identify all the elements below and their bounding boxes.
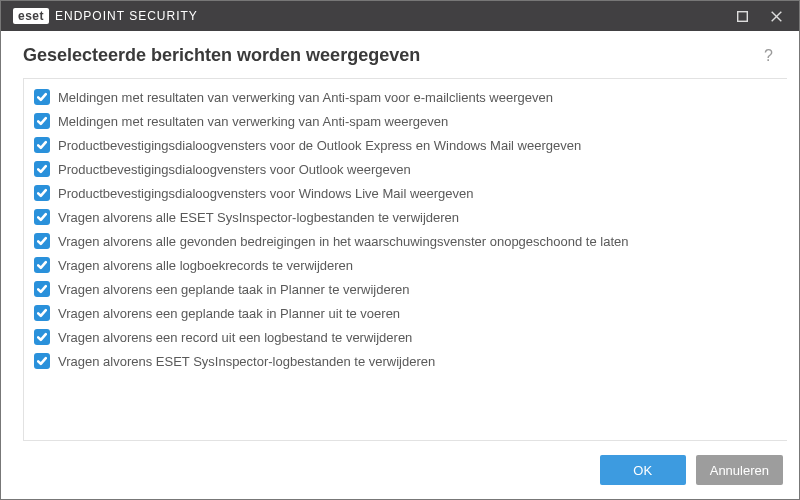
cancel-button[interactable]: Annuleren <box>696 455 783 485</box>
checkbox[interactable] <box>34 257 50 273</box>
check-icon <box>37 212 47 222</box>
list-item-label: Vragen alvorens een geplande taak in Pla… <box>58 306 400 321</box>
titlebar: eset ENDPOINT SECURITY <box>1 1 799 31</box>
list-item[interactable]: Vragen alvorens een record uit een logbe… <box>24 325 787 349</box>
list-item-label: Productbevestigingsdialoogvensters voor … <box>58 138 581 153</box>
check-icon <box>37 236 47 246</box>
list-item[interactable]: Vragen alvorens alle logboekrecords te v… <box>24 253 787 277</box>
list-item[interactable]: Vragen alvorens een geplande taak in Pla… <box>24 277 787 301</box>
check-icon <box>37 356 47 366</box>
checkbox[interactable] <box>34 89 50 105</box>
list-item-label: Vragen alvorens alle logboekrecords te v… <box>58 258 353 273</box>
check-icon <box>37 260 47 270</box>
list-item[interactable]: Productbevestigingsdialoogvensters voor … <box>24 181 787 205</box>
check-icon <box>37 116 47 126</box>
list-item[interactable]: Vragen alvorens een geplande taak in Pla… <box>24 301 787 325</box>
list-item-label: Meldingen met resultaten van verwerking … <box>58 90 553 105</box>
list-item-label: Productbevestigingsdialoogvensters voor … <box>58 162 411 177</box>
maximize-button[interactable] <box>725 1 759 31</box>
list-item[interactable]: Productbevestigingsdialoogvensters voor … <box>24 133 787 157</box>
checkbox[interactable] <box>34 353 50 369</box>
list-item-label: Vragen alvorens ESET SysInspector-logbes… <box>58 354 435 369</box>
close-button[interactable] <box>759 1 793 31</box>
svg-rect-0 <box>737 11 747 21</box>
brand-badge: eset <box>13 8 49 24</box>
checkbox[interactable] <box>34 185 50 201</box>
page-title: Geselecteerde berichten worden weergegev… <box>23 45 760 66</box>
list-item-label: Vragen alvorens alle gevonden bedreiging… <box>58 234 628 249</box>
close-icon <box>771 11 782 22</box>
list-item[interactable]: Meldingen met resultaten van verwerking … <box>24 85 787 109</box>
help-button[interactable]: ? <box>760 47 777 65</box>
list-item[interactable]: Vragen alvorens alle ESET SysInspector-l… <box>24 205 787 229</box>
list-item[interactable]: Meldingen met resultaten van verwerking … <box>24 109 787 133</box>
header: Geselecteerde berichten worden weergegev… <box>1 31 799 78</box>
ok-button[interactable]: OK <box>600 455 686 485</box>
list-item[interactable]: Vragen alvorens alle gevonden bedreiging… <box>24 229 787 253</box>
list-item[interactable]: Vragen alvorens ESET SysInspector-logbes… <box>24 349 787 373</box>
check-icon <box>37 188 47 198</box>
list-container: Meldingen met resultaten van verwerking … <box>23 78 787 441</box>
list-item-label: Vragen alvorens alle ESET SysInspector-l… <box>58 210 459 225</box>
checkbox[interactable] <box>34 305 50 321</box>
checkbox[interactable] <box>34 329 50 345</box>
checkbox[interactable] <box>34 113 50 129</box>
checkbox[interactable] <box>34 137 50 153</box>
checkbox[interactable] <box>34 209 50 225</box>
list-item-label: Vragen alvorens een geplande taak in Pla… <box>58 282 409 297</box>
check-icon <box>37 284 47 294</box>
list-item-label: Productbevestigingsdialoogvensters voor … <box>58 186 474 201</box>
list-item-label: Vragen alvorens een record uit een logbe… <box>58 330 412 345</box>
check-icon <box>37 140 47 150</box>
brand: eset ENDPOINT SECURITY <box>13 8 198 24</box>
footer: OK Annuleren <box>1 441 799 499</box>
list-item[interactable]: Productbevestigingsdialoogvensters voor … <box>24 157 787 181</box>
check-icon <box>37 92 47 102</box>
check-icon <box>37 332 47 342</box>
message-list[interactable]: Meldingen met resultaten van verwerking … <box>23 78 787 441</box>
app-window: eset ENDPOINT SECURITY Geselecteerde ber… <box>0 0 800 500</box>
maximize-icon <box>737 11 748 22</box>
check-icon <box>37 308 47 318</box>
checkbox[interactable] <box>34 161 50 177</box>
checkbox[interactable] <box>34 281 50 297</box>
check-icon <box>37 164 47 174</box>
list-item-label: Meldingen met resultaten van verwerking … <box>58 114 448 129</box>
checkbox[interactable] <box>34 233 50 249</box>
brand-product: ENDPOINT SECURITY <box>55 9 198 23</box>
